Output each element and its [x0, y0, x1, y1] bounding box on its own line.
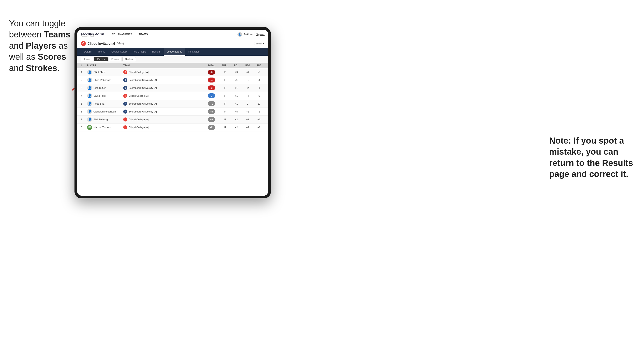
rd3: +6	[253, 118, 264, 121]
thru: F	[220, 118, 231, 121]
rd1: +2	[231, 118, 242, 121]
player-name: Blair McHarg	[94, 118, 108, 121]
score-badge: -8	[208, 70, 215, 75]
thru: F	[220, 71, 231, 73]
rd3: +2	[253, 126, 264, 129]
tablet-screen: SCOREBOARD Powered by clippd TOURNAMENTS…	[77, 30, 268, 196]
team-name: Scoreboard University [A]	[129, 79, 157, 81]
sub-tab-teams[interactable]: Teams	[81, 57, 93, 61]
row-rank: 1	[81, 71, 87, 73]
thru: F	[220, 126, 231, 129]
team-cell: S Scoreboard University [A]	[123, 110, 204, 114]
table-row: 2 👤 Chris Robertson S Scoreboard Univers…	[77, 76, 268, 84]
player-name: Elliot Ebert	[94, 71, 106, 73]
player-cell: 👤 Cameron Robertson	[87, 109, 123, 114]
sign-out-link[interactable]: Sign out	[256, 33, 264, 36]
tab-results[interactable]: Results	[149, 48, 164, 56]
col-rd1: RD1	[231, 64, 242, 67]
team-logo: C	[123, 125, 127, 129]
team-cell: C Clippd College [A]	[123, 117, 204, 122]
player-cell: 👤 Blair McHarg	[87, 117, 123, 122]
team-cell: C Clippd College [A]	[123, 125, 204, 129]
tournament-name: Clippd Invitational	[88, 42, 115, 45]
tab-tee-groups[interactable]: Tee Groups	[130, 48, 149, 56]
col-rd2: RD2	[242, 64, 253, 67]
score-badge: E	[208, 93, 215, 98]
tab-course-setup[interactable]: Course Setup	[108, 48, 130, 56]
player-avatar: 👤	[87, 117, 92, 122]
rd2: +7	[242, 126, 253, 129]
player-avatar: MT	[87, 125, 92, 130]
col-rank: #	[81, 64, 87, 67]
rd3: -1	[253, 87, 264, 89]
right-annotation: Note: If you spot a mistake, you can ret…	[549, 135, 635, 180]
rd2: -2	[242, 87, 253, 89]
cancel-button[interactable]: Cancel ✕	[254, 42, 264, 45]
team-logo: S	[123, 110, 127, 114]
team-cell: S Scoreboard University [A]	[123, 102, 204, 106]
score-badge: +8	[208, 117, 215, 122]
table-row: 5 👤 Rees Britt S Scoreboard University […	[77, 100, 268, 108]
nav-link-teams[interactable]: TEAMS	[136, 30, 151, 39]
team-logo: S	[123, 86, 127, 90]
score-badge: +11	[208, 125, 215, 130]
rd2: +1	[242, 118, 253, 121]
rd1: +1	[231, 102, 242, 105]
table-row: 1 👤 Elliot Ebert C Clippd College [A] -8…	[77, 68, 268, 76]
logo-area: SCOREBOARD Powered by clippd	[81, 32, 104, 37]
rd2: E	[242, 102, 253, 105]
table-row: 4 👤 David Ford C Clippd College [A] E F …	[77, 92, 268, 100]
team-cell: S Scoreboard University [A]	[123, 78, 204, 82]
rd1: +2	[231, 126, 242, 129]
row-rank: 7	[81, 118, 87, 121]
player-avatar: 👤	[87, 70, 92, 75]
tab-teams[interactable]: Teams	[95, 48, 108, 56]
rd2: -6	[242, 71, 253, 73]
player-avatar: 👤	[87, 101, 92, 106]
rd2: -4	[242, 94, 253, 97]
sub-tab-scores[interactable]: Scores	[108, 57, 122, 61]
rd1: +5	[231, 110, 242, 113]
user-name: Test User |	[244, 33, 254, 36]
score-badge: -2	[208, 85, 215, 90]
row-rank: 3	[81, 87, 87, 89]
tab-printables[interactable]: Printables	[185, 48, 203, 56]
row-rank: 2	[81, 79, 87, 81]
score-badge: +1	[208, 101, 215, 106]
score-badge: -4	[208, 78, 215, 82]
player-name: Rees Britt	[94, 102, 104, 105]
player-avatar: 👤	[87, 85, 92, 90]
nav-link-tournaments[interactable]: TOURNAMENTS	[109, 30, 136, 39]
col-total: TOTAL	[204, 64, 220, 67]
tournament-header: C Clippd Invitational (Men) Cancel ✕	[77, 39, 268, 48]
row-rank: 5	[81, 102, 87, 105]
player-cell: 👤 David Ford	[87, 93, 123, 98]
sub-tab-strokes[interactable]: Strokes	[122, 57, 136, 61]
player-name: Rich Butler	[94, 87, 106, 89]
player-avatar: 👤	[87, 93, 92, 98]
team-logo: C	[123, 70, 127, 74]
tablet-frame: SCOREBOARD Powered by clippd TOURNAMENTS…	[74, 27, 271, 198]
player-cell: 👤 Rich Butler	[87, 85, 123, 90]
rd2: +5	[242, 79, 253, 81]
rd1: +3	[231, 71, 242, 73]
player-name: Chris Robertson	[94, 79, 111, 81]
team-logo: S	[123, 102, 127, 106]
sub-tab-players[interactable]: Players	[94, 57, 108, 61]
player-avatar: 👤	[87, 109, 92, 114]
tab-leaderboards[interactable]: Leaderboards	[164, 48, 185, 56]
team-logo: C	[123, 94, 127, 98]
player-name: David Ford	[94, 94, 106, 97]
tab-details[interactable]: Details	[81, 48, 95, 56]
col-player: PLAYER	[87, 64, 123, 67]
col-thru: THRU	[220, 64, 231, 67]
nav-links: TOURNAMENTS TEAMS	[109, 30, 238, 39]
thru: F	[220, 102, 231, 105]
table-row: 6 👤 Cameron Robertson S Scoreboard Unive…	[77, 108, 268, 116]
logo-sub: Powered by clippd	[81, 35, 104, 37]
team-name: Clippd College [A]	[129, 118, 148, 121]
thru: F	[220, 79, 231, 81]
nav-bar: SCOREBOARD Powered by clippd TOURNAMENTS…	[77, 30, 268, 39]
col-team: TEAM	[123, 64, 204, 67]
team-cell: C Clippd College [A]	[123, 94, 204, 98]
